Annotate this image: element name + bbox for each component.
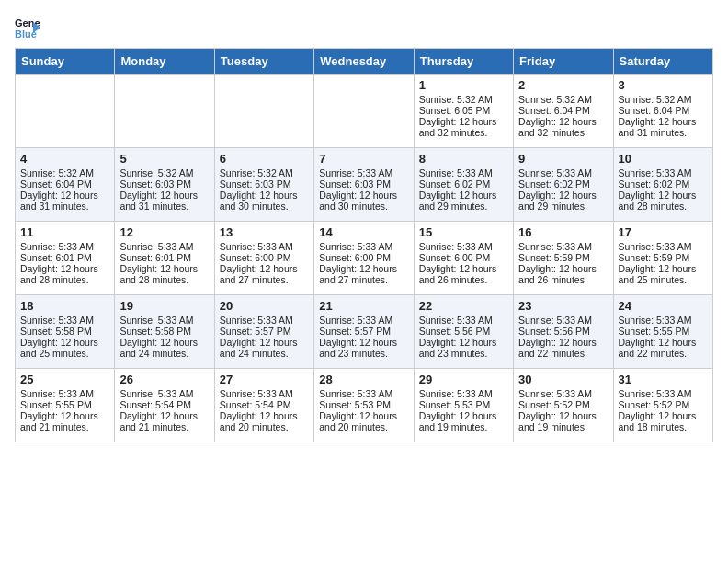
- day-info: Daylight: 12 hours: [518, 263, 608, 274]
- day-info: Sunset: 5:55 PM: [619, 326, 708, 337]
- day-info: Sunset: 6:01 PM: [119, 252, 209, 263]
- day-cell: 8Sunrise: 5:33 AMSunset: 6:02 PMDaylight…: [414, 148, 513, 222]
- day-number: 12: [119, 225, 209, 239]
- day-info: Sunset: 5:56 PM: [518, 326, 608, 337]
- day-info: Sunrise: 5:33 AM: [419, 167, 508, 178]
- day-info: and 29 minutes.: [419, 201, 508, 212]
- day-info: Daylight: 12 hours: [419, 116, 508, 127]
- day-info: Sunrise: 5:33 AM: [20, 315, 109, 326]
- col-header-sunday: Sunday: [16, 49, 115, 75]
- col-header-wednesday: Wednesday: [314, 49, 414, 75]
- day-cell: 24Sunrise: 5:33 AMSunset: 5:55 PMDayligh…: [613, 295, 712, 369]
- day-info: Daylight: 12 hours: [518, 337, 608, 348]
- day-info: Sunset: 5:57 PM: [319, 326, 408, 337]
- day-number: 4: [20, 152, 109, 166]
- day-info: Daylight: 12 hours: [619, 116, 708, 127]
- day-number: 24: [619, 299, 708, 313]
- day-info: Sunrise: 5:32 AM: [419, 94, 508, 105]
- day-cell: 16Sunrise: 5:33 AMSunset: 5:59 PMDayligh…: [514, 222, 613, 295]
- day-info: Sunrise: 5:33 AM: [119, 241, 209, 252]
- day-cell: 25Sunrise: 5:33 AMSunset: 5:55 PMDayligh…: [16, 369, 115, 442]
- day-info: and 19 minutes.: [419, 421, 508, 432]
- day-cell: [314, 75, 414, 148]
- day-number: 14: [319, 225, 408, 239]
- day-info: Daylight: 12 hours: [319, 190, 408, 201]
- day-cell: 22Sunrise: 5:33 AMSunset: 5:56 PMDayligh…: [414, 295, 513, 369]
- day-info: Daylight: 12 hours: [419, 263, 508, 274]
- week-row-3: 11Sunrise: 5:33 AMSunset: 6:01 PMDayligh…: [16, 222, 713, 295]
- day-info: Daylight: 12 hours: [419, 190, 508, 201]
- day-number: 21: [319, 299, 408, 313]
- day-info: and 27 minutes.: [319, 274, 408, 285]
- day-cell: 11Sunrise: 5:33 AMSunset: 6:01 PMDayligh…: [16, 222, 115, 295]
- day-info: Daylight: 12 hours: [119, 190, 209, 201]
- day-info: Sunrise: 5:32 AM: [119, 167, 209, 178]
- day-info: and 32 minutes.: [419, 127, 508, 138]
- day-info: Sunrise: 5:32 AM: [619, 94, 708, 105]
- day-info: Daylight: 12 hours: [20, 337, 109, 348]
- col-header-monday: Monday: [115, 49, 214, 75]
- day-info: and 23 minutes.: [419, 348, 508, 359]
- day-number: 30: [518, 373, 608, 386]
- day-info: Daylight: 12 hours: [419, 410, 508, 421]
- day-info: Sunrise: 5:33 AM: [220, 388, 309, 399]
- day-number: 28: [319, 373, 408, 386]
- day-cell: [115, 75, 214, 148]
- day-info: Daylight: 12 hours: [518, 116, 608, 127]
- day-info: and 28 minutes.: [20, 274, 109, 285]
- day-info: Daylight: 12 hours: [220, 337, 309, 348]
- day-cell: 27Sunrise: 5:33 AMSunset: 5:54 PMDayligh…: [214, 369, 313, 442]
- day-info: Sunrise: 5:32 AM: [20, 167, 109, 178]
- day-number: 31: [619, 373, 708, 386]
- day-number: 27: [220, 373, 309, 386]
- day-info: Sunrise: 5:33 AM: [20, 241, 109, 252]
- day-cell: 19Sunrise: 5:33 AMSunset: 5:58 PMDayligh…: [115, 295, 214, 369]
- day-info: Sunrise: 5:33 AM: [619, 315, 708, 326]
- day-info: and 31 minutes.: [20, 201, 109, 212]
- logo: General Blue: [15, 15, 40, 40]
- day-info: Sunset: 5:56 PM: [419, 326, 508, 337]
- day-cell: 13Sunrise: 5:33 AMSunset: 6:00 PMDayligh…: [214, 222, 313, 295]
- day-cell: 1Sunrise: 5:32 AMSunset: 6:05 PMDaylight…: [414, 75, 513, 148]
- day-info: Sunset: 6:00 PM: [419, 252, 508, 263]
- day-info: Sunrise: 5:32 AM: [518, 94, 608, 105]
- day-info: and 21 minutes.: [119, 421, 209, 432]
- col-header-thursday: Thursday: [414, 49, 513, 75]
- day-info: and 20 minutes.: [220, 421, 309, 432]
- day-cell: 18Sunrise: 5:33 AMSunset: 5:58 PMDayligh…: [16, 295, 115, 369]
- day-cell: 12Sunrise: 5:33 AMSunset: 6:01 PMDayligh…: [115, 222, 214, 295]
- day-cell: 26Sunrise: 5:33 AMSunset: 5:54 PMDayligh…: [115, 369, 214, 442]
- day-info: Daylight: 12 hours: [119, 337, 209, 348]
- day-info: and 24 minutes.: [220, 348, 309, 359]
- day-cell: 17Sunrise: 5:33 AMSunset: 5:59 PMDayligh…: [613, 222, 712, 295]
- day-info: Daylight: 12 hours: [619, 190, 708, 201]
- day-info: and 27 minutes.: [220, 274, 309, 285]
- logo-icon: General Blue: [15, 15, 40, 40]
- day-info: Daylight: 12 hours: [119, 263, 209, 274]
- day-info: Daylight: 12 hours: [319, 337, 408, 348]
- day-cell: 21Sunrise: 5:33 AMSunset: 5:57 PMDayligh…: [314, 295, 414, 369]
- day-info: Daylight: 12 hours: [518, 410, 608, 421]
- day-cell: 9Sunrise: 5:33 AMSunset: 6:02 PMDaylight…: [514, 148, 613, 222]
- day-info: Sunrise: 5:33 AM: [220, 315, 309, 326]
- day-number: 1: [419, 78, 508, 92]
- day-info: and 31 minutes.: [619, 127, 708, 138]
- day-info: Sunrise: 5:33 AM: [619, 241, 708, 252]
- day-info: and 21 minutes.: [20, 421, 109, 432]
- week-row-4: 18Sunrise: 5:33 AMSunset: 5:58 PMDayligh…: [16, 295, 713, 369]
- col-header-tuesday: Tuesday: [214, 49, 313, 75]
- day-number: 16: [518, 225, 608, 239]
- day-info: Sunset: 6:01 PM: [20, 252, 109, 263]
- day-number: 7: [319, 152, 408, 166]
- day-cell: 3Sunrise: 5:32 AMSunset: 6:04 PMDaylight…: [613, 75, 712, 148]
- day-info: Sunrise: 5:33 AM: [319, 315, 408, 326]
- day-info: Sunrise: 5:33 AM: [518, 241, 608, 252]
- header: General Blue: [15, 15, 713, 40]
- day-number: 10: [619, 152, 708, 166]
- day-info: Sunrise: 5:33 AM: [419, 315, 508, 326]
- day-info: Sunrise: 5:33 AM: [119, 315, 209, 326]
- day-number: 20: [220, 299, 309, 313]
- day-info: Sunrise: 5:33 AM: [518, 388, 608, 399]
- day-info: Daylight: 12 hours: [220, 263, 309, 274]
- day-info: Daylight: 12 hours: [20, 190, 109, 201]
